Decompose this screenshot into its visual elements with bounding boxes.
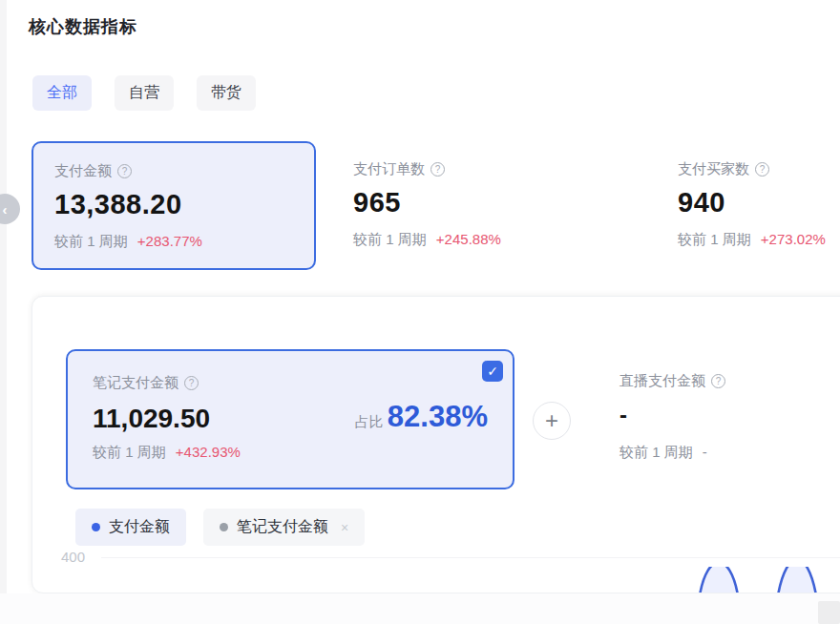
page-bottom-band bbox=[0, 593, 840, 624]
carousel-prev-button[interactable]: ‹ bbox=[0, 194, 20, 224]
legend-label: 笔记支付金额 bbox=[237, 517, 328, 537]
metric-card-order-count[interactable]: 支付订单数 ? 965 较前 1 周期 +245.88% bbox=[332, 141, 609, 270]
legend-dot-gray bbox=[220, 523, 228, 531]
subcard-label: 直播支付金额 bbox=[620, 372, 705, 390]
tab-all[interactable]: 全部 bbox=[32, 75, 92, 111]
help-icon[interactable]: ? bbox=[184, 376, 199, 390]
help-icon[interactable]: ? bbox=[117, 164, 132, 178]
scrollbar-thumb[interactable] bbox=[818, 601, 840, 624]
compare-label: 较前 1 周期 bbox=[353, 231, 427, 247]
ratio-group: 占比 82.38% bbox=[355, 400, 488, 434]
ratio-label: 占比 bbox=[355, 413, 384, 431]
scope-tabs: 全部 自营 带货 bbox=[32, 75, 256, 111]
compare-delta: +432.93% bbox=[176, 444, 241, 460]
subcard-value: 11,029.50 bbox=[93, 404, 210, 434]
chart-legend: 支付金额 笔记支付金额 × bbox=[75, 509, 365, 546]
page-left-gutter bbox=[0, 0, 7, 624]
legend-dot-blue bbox=[92, 523, 100, 531]
metric-label: 支付买家数 bbox=[678, 160, 749, 178]
legend-item-note-payment[interactable]: 笔记支付金额 × bbox=[203, 509, 365, 546]
metric-label: 支付订单数 bbox=[353, 160, 425, 178]
compare-delta: +273.02% bbox=[761, 231, 826, 247]
metric-label: 支付金额 bbox=[54, 162, 112, 180]
metric-value: 13,388.20 bbox=[54, 189, 293, 220]
legend-label: 支付金额 bbox=[109, 517, 170, 537]
payment-amount-line-chart[interactable] bbox=[32, 567, 840, 593]
line-peak-1 bbox=[700, 567, 738, 593]
line-peak-2 bbox=[778, 567, 816, 593]
close-icon[interactable]: × bbox=[341, 520, 348, 535]
detail-panel: ✓ 笔记支付金额 ? 11,029.50 占比 82.38% 较前 1 周期 +… bbox=[32, 296, 840, 593]
compare-label: 较前 1 周期 bbox=[54, 233, 128, 249]
subcard-value: - bbox=[620, 402, 840, 428]
subcard-note-payment[interactable]: ✓ 笔记支付金额 ? 11,029.50 占比 82.38% 较前 1 周期 +… bbox=[66, 349, 514, 489]
metric-value: 940 bbox=[678, 187, 840, 218]
compare-label: 较前 1 周期 bbox=[678, 231, 751, 247]
metric-value: 965 bbox=[353, 187, 588, 218]
metric-card-payment-amount[interactable]: 支付金额 ? 13,388.20 较前 1 周期 +283.77% bbox=[32, 141, 316, 270]
compare-delta: +283.77% bbox=[137, 233, 202, 249]
ratio-value: 82.38% bbox=[388, 400, 488, 434]
subcard-live-payment[interactable]: 直播支付金额 ? - 较前 1 周期 - bbox=[620, 372, 840, 462]
metric-card-buyer-count[interactable]: 支付买家数 ? 940 较前 1 周期 +273.02% bbox=[657, 141, 840, 270]
compare-label: 较前 1 周期 bbox=[620, 444, 693, 460]
subcard-label: 笔记支付金额 bbox=[93, 374, 178, 392]
compare-label: 较前 1 周期 bbox=[93, 444, 166, 460]
help-icon[interactable]: ? bbox=[711, 374, 725, 388]
add-metric-button[interactable]: + bbox=[533, 402, 571, 440]
check-icon: ✓ bbox=[487, 364, 498, 379]
checkbox-checked[interactable]: ✓ bbox=[482, 361, 503, 382]
page-title: 核心数据指标 bbox=[29, 15, 137, 38]
tab-affiliate[interactable]: 带货 bbox=[197, 75, 256, 111]
help-icon[interactable]: ? bbox=[755, 162, 769, 177]
legend-item-payment-amount[interactable]: 支付金额 bbox=[75, 509, 186, 546]
compare-delta: +245.88% bbox=[436, 231, 501, 247]
plus-icon: + bbox=[545, 409, 558, 432]
chevron-left-icon: ‹ bbox=[3, 201, 8, 218]
compare-delta: - bbox=[703, 444, 707, 460]
tab-self-operated[interactable]: 自营 bbox=[115, 75, 174, 111]
y-axis-tick-400: 400 bbox=[61, 549, 85, 565]
gridline bbox=[101, 557, 840, 558]
help-icon[interactable]: ? bbox=[430, 162, 445, 177]
